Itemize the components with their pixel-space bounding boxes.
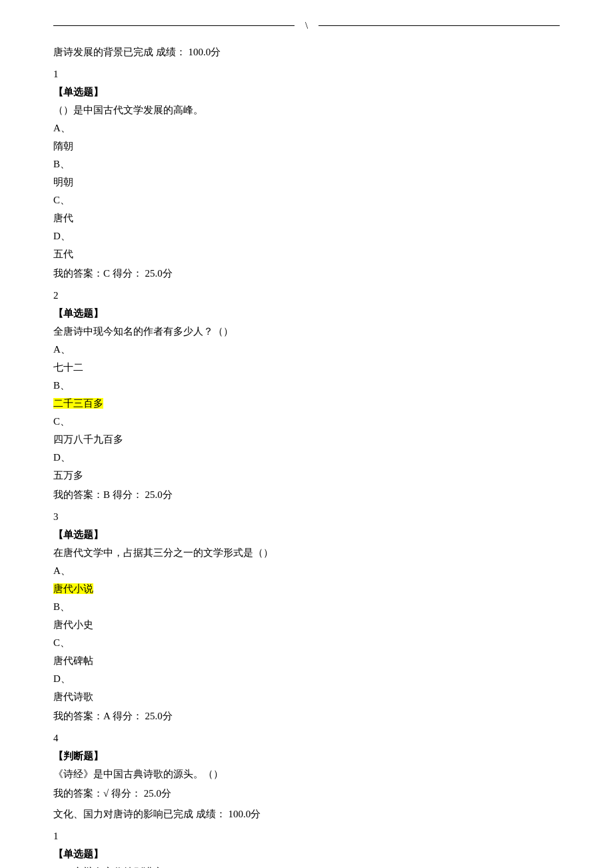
question-number-0-0: 1 <box>53 65 560 83</box>
section-title-0: 唐诗发展的背景已完成 成绩： 100.0分 <box>53 43 560 61</box>
option-text-0-0-1: 明朝 <box>53 173 560 191</box>
question-number-0-1: 2 <box>53 287 560 305</box>
main-content: 唐诗发展的背景已完成 成绩： 100.0分1【单选题】（）是中国古代文学发展的高… <box>53 43 560 868</box>
answer-line-0-2: 我的答案：A 得分： 25.0分 <box>53 707 560 725</box>
option-text-0-0-3: 五代 <box>53 245 560 263</box>
header-line-right <box>318 25 560 26</box>
option-label-0-1-1: B、 <box>53 377 560 395</box>
option-text-0-0-0: 隋朝 <box>53 137 560 155</box>
section-title-1: 文化、国力对唐诗的影响已完成 成绩： 100.0分 <box>53 805 560 823</box>
question-text-0-1: 全唐诗中现今知名的作者有多少人？（） <box>53 323 560 341</box>
question-text-1-0: （）之辩在宋代特别讲究。 <box>53 863 560 868</box>
option-label-0-0-2: C、 <box>53 191 560 209</box>
answer-line-0-1: 我的答案：B 得分： 25.0分 <box>53 486 560 504</box>
question-text-0-0: （）是中国古代文学发展的高峰。 <box>53 101 560 119</box>
option-label-0-1-0: A、 <box>53 341 560 359</box>
question-type-0-0: 【单选题】 <box>53 83 560 101</box>
option-label-0-0-0: A、 <box>53 119 560 137</box>
option-label-0-2-3: D、 <box>53 670 560 688</box>
option-text-0-1-3: 五万多 <box>53 467 560 485</box>
option-label-0-2-0: A、 <box>53 562 560 580</box>
question-type-0-2: 【单选题】 <box>53 526 560 544</box>
question-text-0-3: 《诗经》是中国古典诗歌的源头。（） <box>53 765 560 783</box>
option-text-0-1-1: 二千三百多 <box>53 395 560 413</box>
question-number-1-0: 1 <box>53 827 560 845</box>
option-text-0-1-0: 七十二 <box>53 359 560 377</box>
page-container: \ 唐诗发展的背景已完成 成绩： 100.0分1【单选题】（）是中国古代文学发展… <box>0 0 613 868</box>
header-line-left <box>53 25 295 26</box>
option-label-0-2-2: C、 <box>53 634 560 652</box>
option-label-0-1-2: C、 <box>53 413 560 431</box>
question-type-1-0: 【单选题】 <box>53 845 560 863</box>
question-type-0-1: 【单选题】 <box>53 305 560 323</box>
option-label-0-0-3: D、 <box>53 227 560 245</box>
option-text-0-2-0: 唐代小说 <box>53 580 560 598</box>
option-text-0-0-2: 唐代 <box>53 209 560 227</box>
option-label-0-2-1: B、 <box>53 598 560 616</box>
option-text-0-2-3: 唐代诗歌 <box>53 688 560 706</box>
answer-line-0-0: 我的答案：C 得分： 25.0分 <box>53 265 560 283</box>
question-number-0-3: 4 <box>53 729 560 747</box>
question-type-0-3: 【判断题】 <box>53 747 560 765</box>
question-text-0-2: 在唐代文学中，占据其三分之一的文学形式是（） <box>53 544 560 562</box>
option-text-0-2-1: 唐代小史 <box>53 616 560 634</box>
question-number-0-2: 3 <box>53 508 560 526</box>
header-divider: \ <box>53 13 560 31</box>
answer-line-0-3: 我的答案：√ 得分： 25.0分 <box>53 785 560 803</box>
option-label-0-1-3: D、 <box>53 449 560 467</box>
option-text-0-1-2: 四万八千九百多 <box>53 431 560 449</box>
option-label-0-0-1: B、 <box>53 155 560 173</box>
header-title: \ <box>295 20 318 31</box>
option-text-0-2-2: 唐代碑帖 <box>53 652 560 670</box>
